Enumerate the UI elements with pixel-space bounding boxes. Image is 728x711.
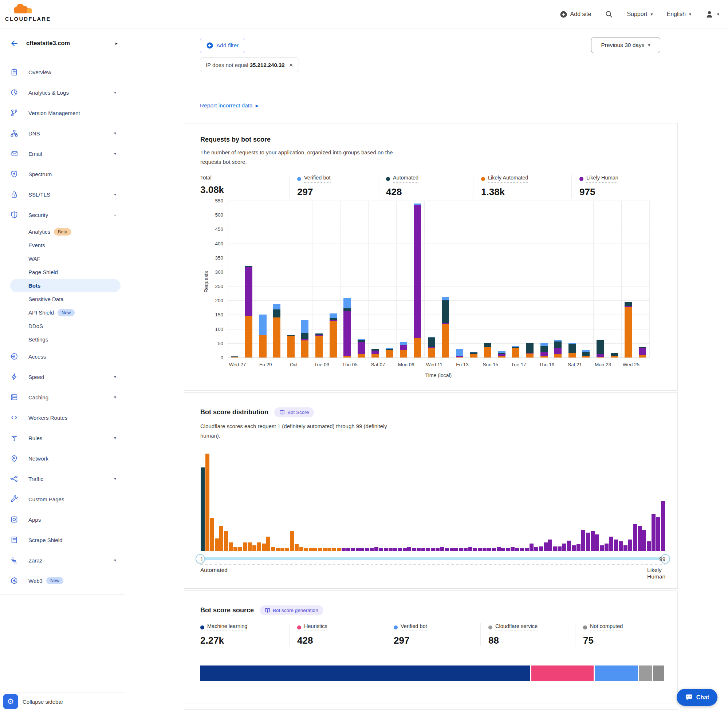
bar-segment-likely-automated xyxy=(315,336,323,357)
sidebar-item-email[interactable]: Email▾ xyxy=(0,143,125,164)
collapse-sidebar-row[interactable]: Collapse sidebar xyxy=(0,692,125,711)
sidebar-item-dns[interactable]: DNS▾ xyxy=(0,123,125,143)
bot-score-doc-badge[interactable]: Bot Score xyxy=(274,407,314,417)
sidebar-item-workers-routes[interactable]: Workers Routes xyxy=(0,407,125,428)
sidebar-item-security[interactable]: Security▴ xyxy=(0,205,125,225)
back-arrow-icon[interactable] xyxy=(10,39,18,47)
chart-bar xyxy=(357,339,365,357)
collapse-sidebar-label[interactable]: Collapse sidebar xyxy=(22,699,63,705)
chart-bar xyxy=(625,302,632,357)
gridline-v xyxy=(565,201,565,357)
histogram-bar-score-88 xyxy=(609,537,613,551)
histogram-bar-score-61 xyxy=(483,548,487,551)
stat-machine-learning: Machine learning2.27k xyxy=(200,623,289,646)
x-tick-label: Thu 19 xyxy=(539,362,554,367)
sidebar-item-label: Speed xyxy=(28,374,44,380)
sidebar-item-sensitive-data[interactable]: Sensitive Data xyxy=(0,292,125,306)
bar-segment-likely-automated xyxy=(456,357,463,357)
bot-score-generation-doc-badge[interactable]: Bot score generation xyxy=(260,605,323,615)
bar-segment-automated xyxy=(329,318,337,320)
support-menu[interactable]: Support ▾ xyxy=(627,11,653,18)
sidebar-item-caching[interactable]: Caching▾ xyxy=(0,387,125,407)
sidebar-item-events[interactable]: Events xyxy=(0,239,125,252)
sidebar-item-web3[interactable]: Web3New xyxy=(0,571,125,591)
stat-label-text[interactable]: Heuristics xyxy=(304,623,328,631)
histogram-bar-score-79 xyxy=(567,541,571,551)
histogram-bar-score-39 xyxy=(379,548,383,551)
score-range-slider[interactable] xyxy=(200,558,665,560)
chart-bar xyxy=(540,343,548,357)
search-icon xyxy=(605,10,613,18)
bar-segment-verified-bot xyxy=(414,204,421,205)
sidebar-item-analytics-logs[interactable]: Analytics & Logs▾ xyxy=(0,82,125,103)
sidebar-subsection-security: AnalyticsBetaEventsWAFPage ShieldBotsSen… xyxy=(0,225,125,346)
stat-label-text[interactable]: Machine learning xyxy=(207,623,247,631)
sidebar-item-ssl-tls[interactable]: SSL/TLS▾ xyxy=(0,184,125,205)
bar-segment-likely-human xyxy=(245,267,253,316)
add-site-button[interactable]: Add site xyxy=(560,11,591,18)
legend-dot-icon xyxy=(481,177,485,181)
stat-label-text[interactable]: Automated xyxy=(393,175,418,183)
bar-segment-likely-human xyxy=(371,351,379,354)
close-icon[interactable]: × xyxy=(289,62,293,68)
bar-segment-likely-automated xyxy=(611,356,618,357)
bar-segment-likely-human xyxy=(639,348,646,356)
sidebar-item-spectrum[interactable]: Spectrum xyxy=(0,164,125,184)
report-incorrect-data-link[interactable]: Report incorrect data ▶ xyxy=(200,102,258,109)
sidebar-item-apps[interactable]: Apps xyxy=(0,509,125,530)
chevron-right-icon[interactable]: ▸ xyxy=(115,41,118,46)
site-selector[interactable]: cftestsite3.com ▸ xyxy=(0,28,125,58)
account-menu[interactable]: ▾ xyxy=(705,10,719,19)
bar-segment-likely-human xyxy=(625,306,632,307)
stat-label-text[interactable]: Verified bot xyxy=(304,175,331,183)
sidebar-item-ddos[interactable]: DDoS xyxy=(0,319,125,333)
sidebar-item-waf[interactable]: WAF xyxy=(0,252,125,266)
sidebar-item-page-shield[interactable]: Page Shield xyxy=(0,266,125,279)
slider-min-label: 1 xyxy=(200,556,203,562)
stat-label-row: Likely Automated xyxy=(481,175,568,183)
sidebar-item-label: DNS xyxy=(28,130,40,137)
chevron-right-icon: ▶ xyxy=(255,103,258,108)
time-range-dropdown[interactable]: Previous 30 days ▾ xyxy=(591,37,660,53)
sidebar-item-label: Spectrum xyxy=(28,171,52,177)
stat-label-text[interactable]: Cloudflare service xyxy=(495,623,538,631)
histogram-bar-score-41 xyxy=(388,548,393,551)
sidebar-item-speed[interactable]: Speed▾ xyxy=(0,367,125,387)
stat-label-text[interactable]: Verified bot xyxy=(400,623,427,631)
sidebar-item-traffic[interactable]: Traffic▾ xyxy=(0,469,125,489)
sidebar-item-bots[interactable]: Bots xyxy=(10,279,121,292)
stat-label-row: Machine learning xyxy=(200,623,285,631)
bar-segment-likely-automated xyxy=(343,356,351,357)
stat-label-text[interactable]: Not computed xyxy=(590,623,623,631)
histogram-bar-score-82 xyxy=(581,530,585,551)
sidebar-item-analytics[interactable]: AnalyticsBeta xyxy=(0,225,125,239)
sidebar-item-zaraz[interactable]: Zaraz▾ xyxy=(0,550,125,571)
sidebar-item-scrape-shield[interactable]: Scrape Shield xyxy=(0,530,125,550)
chat-button[interactable]: Chat xyxy=(677,689,718,706)
chevron-down-icon: ▾ xyxy=(114,90,116,95)
stat-label-text[interactable]: Likely Automated xyxy=(488,175,528,183)
stat-value: 428 xyxy=(386,186,470,198)
filter-chip[interactable]: IP does not equal 35.212.240.32 × xyxy=(200,58,299,72)
sidebar-item-custom-pages[interactable]: Custom Pages xyxy=(0,489,125,509)
bar-segment-automated xyxy=(245,266,253,267)
x-tick-label: Oct xyxy=(290,362,298,367)
bar-segment-verified-bot xyxy=(456,349,463,356)
cloudflare-logo[interactable]: CLOUDFLARE xyxy=(5,2,40,22)
stat-label-text[interactable]: Likely Human xyxy=(586,175,619,183)
x-axis-label: Time (local) xyxy=(227,372,649,378)
sidebar-item-rules[interactable]: Rules▾ xyxy=(0,428,125,448)
bar-segment-verified-bot xyxy=(498,351,505,353)
chart-bar xyxy=(554,340,561,357)
sidebar-item-overview[interactable]: Overview xyxy=(0,62,125,82)
sidebar-item-access[interactable]: Access xyxy=(0,346,125,367)
language-menu[interactable]: English ▾ xyxy=(666,11,691,18)
sidebar-item-network[interactable]: Network xyxy=(0,448,125,469)
spectrum-icon xyxy=(10,170,18,178)
sidebar-item-api-shield[interactable]: API ShieldNew xyxy=(0,306,125,319)
sidebar-item-version-management[interactable]: Version Management xyxy=(0,103,125,123)
settings-gear-button[interactable]: ⚙ xyxy=(3,694,18,709)
add-filter-button[interactable]: Add filter xyxy=(200,38,245,53)
search-button[interactable] xyxy=(605,10,613,18)
sidebar-item-settings[interactable]: Settings xyxy=(0,333,125,346)
